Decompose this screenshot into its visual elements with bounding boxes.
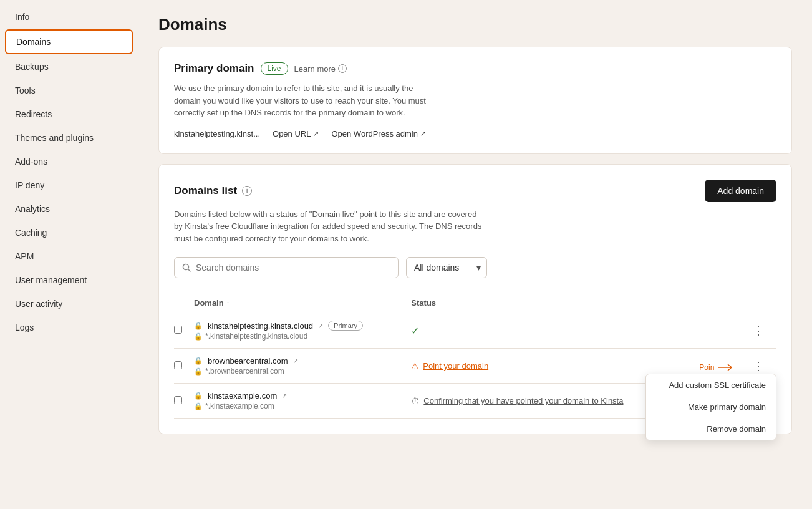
search-filter-row: All domains Live Not live: [174, 257, 776, 278]
td-domain-3: 🔒 kinstaexample.com ↗ 🔒 *.kinstaexample.…: [194, 384, 411, 419]
row-checkbox-2[interactable]: [174, 361, 182, 369]
sidebar: Info Domains Backups Tools Redirects The…: [0, 0, 138, 509]
td-status-2: ⚠ Point your domain: [411, 349, 681, 384]
sidebar-item-label: Redirects: [15, 109, 52, 119]
sidebar-item-themes[interactable]: Themes and plugins: [5, 127, 133, 149]
external-link-icon-3[interactable]: ↗: [318, 322, 323, 329]
sidebar-item-label: Add-ons: [15, 157, 47, 167]
domains-list-header: Domains list i Add domain: [174, 180, 776, 202]
external-link-icon-5[interactable]: ↗: [282, 392, 287, 399]
sidebar-item-label: Domains: [16, 37, 51, 47]
table-row: 🔒 kinstahelptesting.kinsta.cloud ↗ Prima…: [174, 313, 776, 349]
sidebar-item-caching[interactable]: Caching: [5, 221, 133, 244]
row-checkbox-3[interactable]: [174, 396, 182, 404]
sidebar-item-logs[interactable]: Logs: [5, 316, 133, 339]
sidebar-item-label: APM: [15, 251, 34, 261]
domains-list-title-text: Domains list: [174, 185, 237, 197]
filter-select[interactable]: All domains Live Not live: [406, 257, 487, 278]
td-checkbox-3: [174, 384, 194, 419]
lock-icon-1: 🔒: [194, 322, 203, 330]
page-title: Domains: [158, 15, 792, 34]
sidebar-item-backups[interactable]: Backups: [5, 56, 133, 78]
lock-icon-2b: 🔒: [194, 367, 203, 376]
domain-url: kinstahelptesting.kinst...: [174, 129, 260, 138]
sidebar-item-usermgmt[interactable]: User management: [5, 269, 133, 291]
td-status-3: ⏱ Confirming that you have pointed your …: [411, 384, 681, 419]
th-actions: [682, 293, 776, 313]
domain-name-cell-3: 🔒 kinstaexample.com ↗ 🔒 *.kinstaexample.…: [194, 391, 404, 410]
sidebar-item-analytics[interactable]: Analytics: [5, 198, 133, 220]
dropdown-add-ssl[interactable]: Add custom SSL certificate: [646, 374, 776, 396]
wildcard-2: *.brownbearcentral.com: [205, 367, 284, 376]
dropdown-remove-domain[interactable]: Remove domain: [646, 418, 776, 440]
sidebar-item-info[interactable]: Info: [5, 6, 133, 28]
sidebar-item-domains[interactable]: Domains: [5, 29, 133, 54]
primary-badge: Primary: [328, 321, 363, 331]
wildcard-row-3: 🔒 *.kinstaexample.com: [194, 402, 404, 410]
sidebar-item-label: Themes and plugins: [15, 133, 94, 143]
wildcard-1: *.kinstahelptesting.kinsta.cloud: [205, 332, 307, 341]
sidebar-item-label: Tools: [15, 85, 36, 95]
sidebar-item-label: Info: [15, 12, 29, 22]
table-header-row: Domain ↑ Status: [174, 293, 776, 313]
sidebar-item-label: Logs: [15, 322, 34, 332]
filter-wrapper: All domains Live Not live: [406, 257, 487, 278]
sidebar-item-label: Caching: [15, 228, 47, 238]
status-check-icon: ✓: [411, 326, 419, 336]
search-box: [174, 257, 399, 278]
sidebar-item-redirects[interactable]: Redirects: [5, 103, 133, 125]
domain-primary-row-2: 🔒 brownbearcentral.com ↗: [194, 356, 404, 366]
open-wp-admin-link[interactable]: Open WordPress admin ↗: [331, 129, 426, 138]
point-arrow-indicator: Poin: [699, 363, 735, 372]
external-link-icon-2: ↗: [420, 130, 426, 138]
sidebar-item-label: Backups: [15, 62, 49, 72]
add-domain-button[interactable]: Add domain: [705, 180, 776, 202]
more-options-button-1[interactable]: ⋮: [748, 321, 769, 340]
confirming-domain-link[interactable]: Confirming that you have pointed your do…: [423, 396, 623, 405]
lock-icon-1b: 🔒: [194, 332, 203, 341]
search-icon: [182, 263, 191, 272]
live-badge: Live: [261, 62, 288, 75]
sidebar-item-tools[interactable]: Tools: [5, 79, 133, 102]
domain-actions: kinstahelptesting.kinst... Open URL ↗ Op…: [174, 129, 776, 138]
learn-more-link[interactable]: Learn more i: [294, 64, 347, 74]
status-pending-row: ⏱ Confirming that you have pointed your …: [411, 396, 674, 406]
svg-line-1: [188, 269, 191, 272]
domains-list-info-icon[interactable]: i: [242, 186, 252, 196]
td-actions-1: ⋮: [682, 313, 776, 349]
arrow-right-icon: [718, 363, 735, 372]
td-status-1: ✓: [411, 313, 681, 349]
more-options-button-2[interactable]: ⋮: [748, 357, 769, 376]
dropdown-make-primary[interactable]: Make primary domain: [646, 396, 776, 418]
domains-table: Domain ↑ Status: [174, 293, 776, 419]
info-circle-icon: i: [338, 64, 347, 73]
sidebar-item-label: IP deny: [15, 180, 44, 190]
domain-text-2: brownbearcentral.com: [208, 356, 288, 366]
domains-list-card: Domains list i Add domain Domains listed…: [158, 164, 792, 435]
sidebar-item-ipdeny[interactable]: IP deny: [5, 174, 133, 196]
sidebar-item-label: User management: [15, 275, 87, 285]
lock-icon-3: 🔒: [194, 392, 203, 400]
td-domain-1: 🔒 kinstahelptesting.kinsta.cloud ↗ Prima…: [194, 313, 411, 349]
domains-list-title-group: Domains list i: [174, 185, 252, 197]
sidebar-item-label: User activity: [15, 299, 62, 309]
table-row: 🔒 brownbearcentral.com ↗ 🔒 *.brownbearce…: [174, 349, 776, 384]
th-domain: Domain ↑: [194, 293, 411, 313]
domain-name-cell-1: 🔒 kinstahelptesting.kinsta.cloud ↗ Prima…: [194, 321, 404, 341]
point-label: Poin: [699, 363, 714, 372]
sidebar-item-useractivity[interactable]: User activity: [5, 293, 133, 315]
domain-primary-row: 🔒 kinstahelptesting.kinsta.cloud ↗ Prima…: [194, 321, 404, 331]
open-url-link[interactable]: Open URL ↗: [273, 129, 319, 138]
row-checkbox-1[interactable]: [174, 326, 182, 334]
th-checkbox: [174, 293, 194, 313]
external-link-icon-4[interactable]: ↗: [293, 357, 298, 364]
domain-text-3: kinstaexample.com: [208, 391, 277, 400]
sidebar-item-addons[interactable]: Add-ons: [5, 150, 133, 173]
point-your-domain-link[interactable]: Point your domain: [423, 361, 488, 371]
sidebar-item-label: Analytics: [15, 204, 50, 214]
search-input[interactable]: [196, 263, 390, 273]
wildcard-3: *.kinstaexample.com: [205, 402, 274, 410]
domains-list-description: Domains listed below with a status of "D…: [174, 208, 486, 245]
td-domain-2: 🔒 brownbearcentral.com ↗ 🔒 *.brownbearce…: [194, 349, 411, 384]
sidebar-item-apm[interactable]: APM: [5, 245, 133, 268]
